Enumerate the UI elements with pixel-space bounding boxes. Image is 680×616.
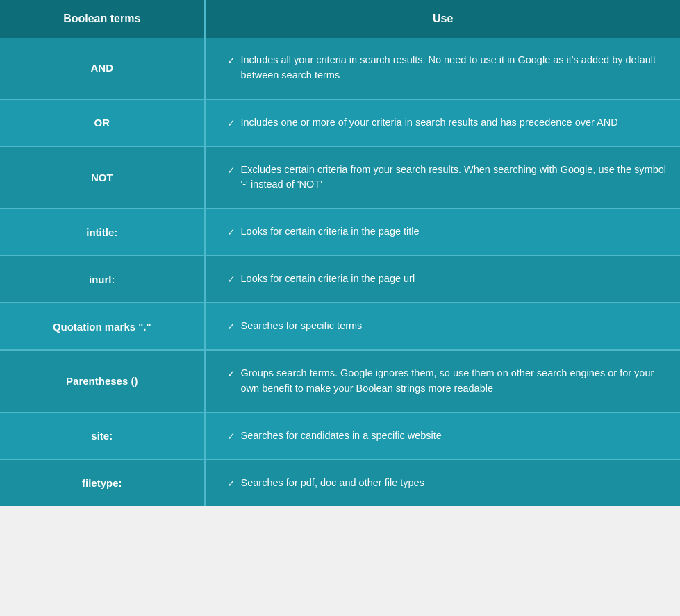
table-row: Quotation marks "."✓Searches for specifi… (0, 303, 680, 350)
use-text: Searches for candidates in a specific we… (241, 428, 667, 444)
table-row: site:✓Searches for candidates in a speci… (0, 413, 680, 460)
checkmark-icon: ✓ (227, 476, 235, 491)
table-row: NOT✓Excludes certain criteria from your … (0, 147, 680, 209)
term-cell: site: (0, 413, 205, 460)
term-cell: OR (0, 99, 205, 147)
checkmark-icon: ✓ (227, 225, 235, 240)
use-text: Looks for certain criteria in the page u… (241, 272, 667, 287)
checkmark-icon: ✓ (227, 163, 235, 178)
term-cell: Quotation marks "." (0, 303, 205, 350)
checkmark-icon: ✓ (227, 272, 235, 287)
use-text: Looks for certain criteria in the page t… (241, 224, 667, 240)
term-cell: AND (0, 38, 205, 99)
use-text: Searches for pdf, doc and other file typ… (241, 476, 667, 491)
table-row: inurl:✓Looks for certain criteria in the… (0, 256, 680, 303)
term-cell: intitle: (0, 208, 205, 256)
checkmark-icon: ✓ (227, 319, 235, 334)
table-row: filetype:✓Searches for pdf, doc and othe… (0, 460, 680, 506)
use-cell: ✓Searches for specific terms (205, 303, 680, 350)
use-cell: ✓Searches for pdf, doc and other file ty… (205, 460, 680, 506)
table-row: intitle:✓Looks for certain criteria in t… (0, 208, 680, 256)
use-cell: ✓Groups search terms. Google ignores the… (205, 350, 680, 413)
use-text: Includes all your criteria in search res… (241, 53, 667, 83)
checkmark-icon: ✓ (227, 116, 235, 131)
use-text: Searches for specific terms (241, 319, 667, 334)
checkmark-icon: ✓ (227, 429, 235, 444)
table-row: AND✓Includes all your criteria in search… (0, 38, 680, 99)
use-cell: ✓Searches for candidates in a specific w… (205, 413, 680, 460)
term-cell: inurl: (0, 256, 205, 303)
term-cell: NOT (0, 147, 205, 209)
use-text: Excludes certain criteria from your sear… (241, 163, 667, 193)
use-cell: ✓Looks for certain criteria in the page … (205, 208, 680, 256)
use-cell: ✓Includes all your criteria in search re… (205, 38, 680, 99)
use-cell: ✓Excludes certain criteria from your sea… (205, 147, 680, 209)
term-cell: filetype: (0, 460, 205, 506)
use-cell: ✓Looks for certain criteria in the page … (205, 256, 680, 303)
use-text: Includes one or more of your criteria in… (241, 115, 667, 131)
use-text: Groups search terms. Google ignores them… (241, 366, 667, 397)
term-cell: Parentheses () (0, 350, 205, 413)
table-row: Parentheses ()✓Groups search terms. Goog… (0, 350, 680, 413)
boolean-terms-table: Boolean terms Use AND✓Includes all your … (0, 0, 680, 506)
table-row: OR✓Includes one or more of your criteria… (0, 99, 680, 147)
header-use: Use (205, 0, 680, 38)
checkmark-icon: ✓ (227, 367, 235, 381)
header-boolean-terms: Boolean terms (0, 0, 205, 38)
checkmark-icon: ✓ (227, 53, 235, 68)
use-cell: ✓Includes one or more of your criteria i… (205, 99, 680, 147)
